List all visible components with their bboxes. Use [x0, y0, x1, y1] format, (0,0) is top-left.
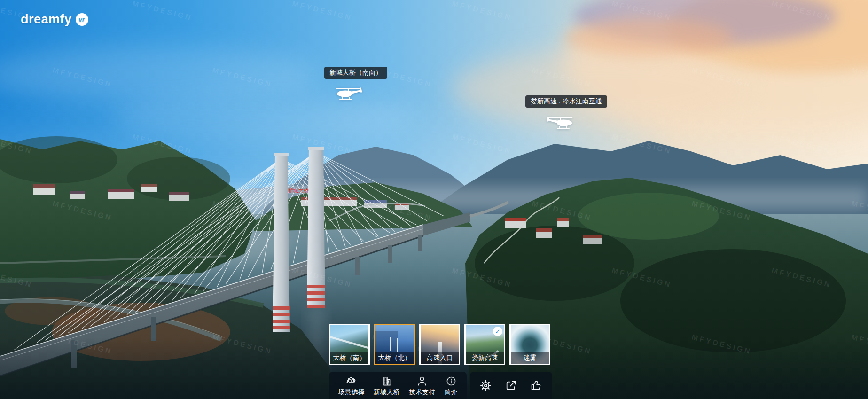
- scene-thumb-label: 大桥（北）: [375, 352, 414, 364]
- scene-thumb-label: 高速入口: [421, 352, 459, 364]
- scene-thumb-label: 娄新高速: [466, 352, 504, 364]
- helicopter-icon[interactable]: [335, 86, 365, 102]
- scene-thumb-louxin-expressway[interactable]: ✓ 娄新高速: [464, 324, 505, 365]
- info-icon: [446, 376, 457, 387]
- logo-vr-badge: vr: [76, 13, 88, 26]
- toolbar-item-label: 新城大桥: [374, 388, 400, 397]
- toolbar-item-tech-support[interactable]: 技术支持: [409, 376, 435, 397]
- panorama-viewport[interactable]: 新城大桥 MFYDESIGNMFYDESIGNMFYDESIGNMFYDESIG…: [0, 0, 868, 399]
- toolbar-item-label: 技术支持: [409, 388, 435, 397]
- settings-button[interactable]: [476, 375, 495, 396]
- settings-gear-icon: [479, 379, 492, 392]
- support-person-icon: [416, 376, 428, 387]
- like-button[interactable]: [527, 375, 547, 396]
- hotspot-label-expressway[interactable]: 娄新高速 . 冷水江南互通: [525, 95, 607, 108]
- scene-thumb-bridge-north[interactable]: 大桥（北）: [374, 324, 415, 365]
- share-button[interactable]: [501, 375, 521, 396]
- logo-text: dreamfy: [21, 12, 72, 27]
- scene-thumb-expressway-entrance[interactable]: 高速入口: [419, 324, 460, 365]
- scene-thumbnail-strip: 大桥（南） 大桥（北） 高速入口 ✓ 娄新高速 迷雾: [329, 324, 550, 365]
- scene-thumb-bridge-south[interactable]: 大桥（南）: [329, 324, 370, 365]
- toolbar-item-scene-select[interactable]: 场景选择: [338, 376, 364, 397]
- scene-thumb-label: 大桥（南）: [330, 352, 368, 364]
- logo: dreamfy vr: [21, 12, 88, 27]
- bridge-name-sign: 新城大桥: [288, 188, 309, 193]
- toolbar-item-label: 简介: [445, 388, 458, 397]
- scene-thumb-mist[interactable]: 迷雾: [509, 324, 550, 365]
- toolbar-item-project-name[interactable]: 新城大桥: [374, 376, 400, 397]
- scene-select-icon: [345, 376, 357, 387]
- helicopter-icon[interactable]: [544, 116, 574, 132]
- toolbar-panel: 场景选择 新城大桥 技术支持 简介: [329, 372, 467, 399]
- visited-check-icon: ✓: [493, 327, 502, 336]
- toolbar-item-intro[interactable]: 简介: [445, 376, 458, 397]
- share-icon: [505, 379, 517, 392]
- toolbar-item-label: 场景选择: [338, 388, 364, 397]
- toolbar-actions-panel: [470, 372, 552, 399]
- scene-thumb-label: 迷雾: [511, 352, 549, 364]
- hotspot-label-bridge-south[interactable]: 新城大桥（南面）: [324, 67, 387, 79]
- building-icon: [381, 376, 392, 387]
- like-thumbs-up-icon: [530, 379, 543, 392]
